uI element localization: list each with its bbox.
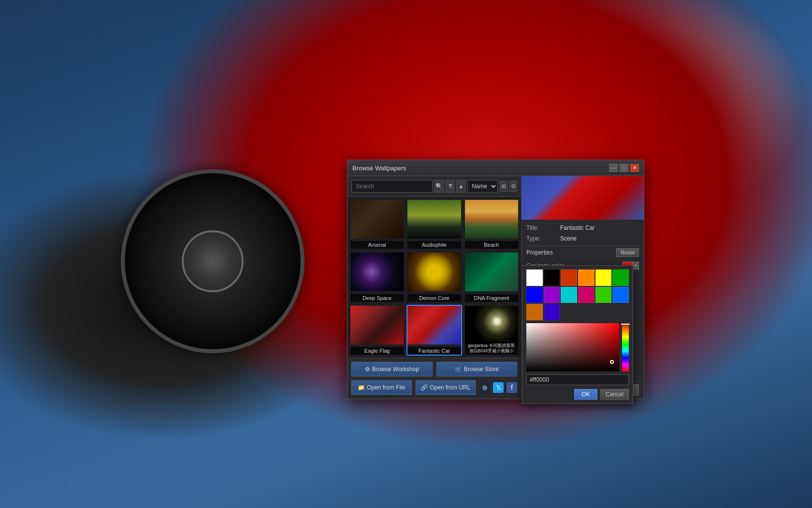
saturation-cursor xyxy=(610,360,614,364)
properties-header: Properties Reset xyxy=(526,248,639,257)
title-row: Title: Fantastic Car xyxy=(526,224,639,231)
hex-input-row xyxy=(526,374,629,385)
wallpaper-thumb-demon-core xyxy=(407,253,461,291)
title-label: Title: xyxy=(526,224,560,231)
wallpaper-label-eagle-flag: Eagle Flag xyxy=(350,347,404,355)
open-from-url-label: Open from URL xyxy=(430,384,470,391)
preset-sky[interactable] xyxy=(612,287,629,303)
wallpaper-label-audiophile: Audiophile xyxy=(407,241,461,249)
wallpaper-thumb-fantastic-car xyxy=(407,306,461,344)
bottom-buttons-row2: 📁 Open from File 🔗 Open from URL ⊛ 𝕏 f xyxy=(348,380,521,399)
preset-purple[interactable] xyxy=(544,287,560,303)
type-row: Type: Scene xyxy=(526,235,639,242)
wallpaper-label-gargantua: gargantua 卡河图虑墨黑加以BGM开减小视频小 xyxy=(465,342,518,355)
preset-white[interactable] xyxy=(526,269,543,286)
browse-workshop-button[interactable]: ⚙ Browse Workshop xyxy=(351,362,433,376)
wallpaper-label-arsenal: Arsenal xyxy=(350,241,404,249)
preset-blue[interactable] xyxy=(526,287,543,303)
browse-store-button[interactable]: 🛒 Browse Store xyxy=(436,362,518,376)
hex-input[interactable] xyxy=(526,374,629,385)
sort-select[interactable]: Name xyxy=(467,180,498,193)
sort-button[interactable]: ▲ xyxy=(456,180,465,193)
wallpaper-item-arsenal[interactable]: Arsenal xyxy=(349,199,405,250)
search-input[interactable] xyxy=(351,180,433,193)
wallpaper-thumb-deep-space xyxy=(350,253,404,291)
title-value: Fantastic Car xyxy=(560,224,594,231)
wallpaper-thumb-audiophile xyxy=(407,200,461,239)
titlebar-buttons: — □ ✕ xyxy=(609,164,639,172)
wallpaper-item-dna-fragment[interactable]: DNA Fragment xyxy=(464,252,519,302)
type-label: Type: xyxy=(526,235,560,242)
wallpaper-label-beach: Beach xyxy=(465,241,518,249)
browse-store-label: Browse Store xyxy=(464,366,499,373)
picker-buttons: OK Cancel xyxy=(526,389,629,400)
steam-icon[interactable]: ⊛ xyxy=(479,382,490,393)
left-panel: 🔍 ⚗ ▲ Name ⊞ ⚙ Arsenal Audiophile xyxy=(348,176,522,399)
bottom-buttons-row1: ⚙ Browse Workshop 🛒 Browse Store xyxy=(348,358,521,380)
workshop-icon: ⚙ xyxy=(365,366,370,373)
grid-view-button[interactable]: ⊞ xyxy=(500,181,508,192)
social-icons: ⊛ 𝕏 f xyxy=(479,380,517,395)
url-icon: 🔗 xyxy=(420,384,428,391)
color-hue-picker[interactable] xyxy=(622,323,629,372)
preset-black[interactable] xyxy=(544,269,560,286)
preview-image xyxy=(522,176,644,220)
dialog-title: Browse Wallpapers xyxy=(352,164,406,172)
wallpaper-label-fantastic-car: Fantastic Car xyxy=(407,347,461,355)
preset-green[interactable] xyxy=(612,269,629,286)
facebook-icon[interactable]: f xyxy=(507,382,517,393)
picker-ok-button[interactable]: OK xyxy=(574,389,597,400)
search-bar: 🔍 ⚗ ▲ Name ⊞ ⚙ xyxy=(348,176,521,197)
wallpaper-label-deep-space: Deep Space xyxy=(350,294,404,302)
color-dropdown-arrow[interactable]: ▼ xyxy=(632,262,639,269)
divider xyxy=(526,246,639,246)
color-picker-popup: OK Cancel xyxy=(522,265,633,404)
preset-orange[interactable] xyxy=(578,269,594,286)
wallpaper-grid: Arsenal Audiophile Beach Deep Space Demo xyxy=(348,197,521,358)
open-from-file-label: Open from File xyxy=(367,384,405,391)
color-gradient-area xyxy=(526,323,629,372)
minimize-button[interactable]: — xyxy=(609,164,618,172)
wallpaper-item-beach[interactable]: Beach xyxy=(464,199,519,250)
preset-brown[interactable] xyxy=(526,304,543,320)
wallpaper-thumb-arsenal xyxy=(350,200,404,239)
wallpaper-item-audiophile[interactable]: Audiophile xyxy=(406,199,462,250)
wallpaper-item-eagle-flag[interactable]: Eagle Flag xyxy=(349,305,405,356)
preset-yellow[interactable] xyxy=(595,269,612,286)
type-value: Scene xyxy=(560,235,577,242)
wallpaper-thumb-dna xyxy=(465,253,518,291)
color-saturation-picker[interactable] xyxy=(526,323,619,372)
search-button[interactable]: 🔍 xyxy=(435,180,444,193)
preset-lime[interactable] xyxy=(595,287,612,303)
wallpaper-label-demon-core: Demon Core xyxy=(407,294,461,302)
hue-cursor xyxy=(621,323,630,325)
open-from-file-button[interactable]: 📁 Open from File xyxy=(351,380,412,395)
wallpaper-thumb-eagle-flag xyxy=(350,306,404,344)
wallpaper-thumb-beach xyxy=(465,200,518,239)
preset-colors xyxy=(526,269,629,320)
wallpaper-item-gargantua[interactable]: gargantua 卡河图虑墨黑加以BGM开减小视频小 xyxy=(464,305,519,356)
preset-red-dark[interactable] xyxy=(561,269,577,286)
wallpaper-item-deep-space[interactable]: Deep Space xyxy=(349,252,405,302)
open-from-url-button[interactable]: 🔗 Open from URL xyxy=(416,380,476,395)
preview-area xyxy=(522,176,644,220)
preset-indigo[interactable] xyxy=(544,304,560,320)
maximize-button[interactable]: □ xyxy=(620,164,628,172)
car-wheel xyxy=(121,169,304,353)
settings-button[interactable]: ⚙ xyxy=(509,181,517,192)
picker-cancel-button[interactable]: Cancel xyxy=(600,389,629,400)
file-icon: 📁 xyxy=(358,384,365,391)
wallpaper-item-demon-core[interactable]: Demon Core xyxy=(406,252,462,302)
wallpaper-thumb-gargantua xyxy=(465,306,518,344)
preset-cyan[interactable] xyxy=(561,287,577,303)
filter-button[interactable]: ⚗ xyxy=(446,180,455,193)
properties-title: Properties xyxy=(526,249,553,256)
close-button[interactable]: ✕ xyxy=(630,164,639,172)
twitter-icon[interactable]: 𝕏 xyxy=(493,382,504,393)
wallpaper-item-fantastic-car[interactable]: Fantastic Car xyxy=(406,305,462,356)
reset-button[interactable]: Reset xyxy=(616,248,639,257)
wallpaper-label-dna: DNA Fragment xyxy=(465,294,518,302)
dialog-titlebar: Browse Wallpapers — □ ✕ xyxy=(348,160,644,176)
store-icon: 🛒 xyxy=(455,366,462,373)
preset-pink[interactable] xyxy=(578,287,594,303)
